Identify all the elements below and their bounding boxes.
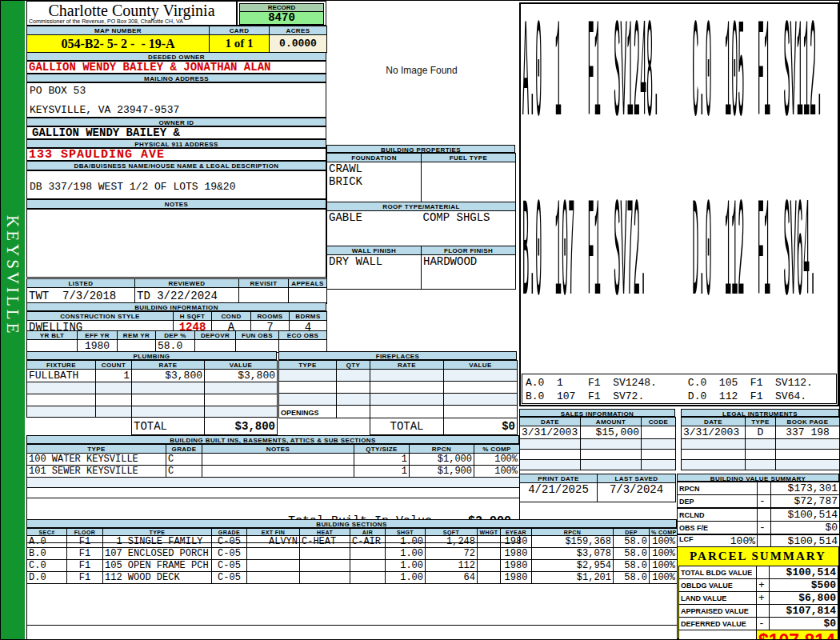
vs-label: OBS F/E <box>678 522 758 535</box>
owner-id-header: OWNER ID <box>26 118 326 126</box>
deeded-owner-header: DEEDED OWNER <box>26 52 326 61</box>
last-saved-value: 7/3/2024 <box>598 483 676 502</box>
sketch-panel: A.0 1 F1 SV1248. C.0 105 F1 SV112. B.0 1… <box>519 2 839 406</box>
built-ins-col-grade: GRADE <box>166 445 202 454</box>
vs-value: $0 <box>771 522 840 535</box>
bs-col-rpcn: RPCN <box>532 529 614 536</box>
ps-label: TOTAL BLDG VALUE <box>679 566 757 579</box>
fireplaces-col-type: TYPE <box>279 361 337 370</box>
bs-col-air: AIR <box>350 529 386 536</box>
mailing-address-box: PO BOX 53 KEYSVILLE, VA 23947-9537 <box>26 82 326 118</box>
sketch-section-labels-2: B.0 107 F1 SV72. D.0 112 F1 SV64. <box>522 188 816 329</box>
district-label: KEYSVILLE <box>2 215 22 336</box>
roof-type-value: GABLE <box>327 211 422 246</box>
built-ins-col-qty: QTY/SIZE <box>354 445 410 454</box>
parcel-summary: PARCEL SUMMARY TOTAL BLDG VALUE $100,514… <box>677 546 839 639</box>
notes-header: NOTES <box>26 199 326 209</box>
listed-by: TWT <box>29 290 49 302</box>
owner-id-value: GALLION WENDY BAILEY & <box>26 126 326 139</box>
map-number-header: MAP NUMBER <box>27 26 210 35</box>
roof-header: ROOF TYPE/MATERIAL <box>327 202 516 211</box>
fireplaces-openings-label: OPENINGS <box>279 406 337 418</box>
building-section-row: A.0 F1 1 SINGLE FAMILY C-05 ALVYN C-HEAT… <box>27 536 678 548</box>
taxable-value-label: TAXABLE VALUE <box>679 630 757 640</box>
construction-style-header: CONSTRUCTION STYLE <box>27 312 174 321</box>
legal-description: DB 337/198 WEST 1/2 OF LOTS 19&20 <box>27 171 326 193</box>
listed-value: TWT 7/3/2018 <box>27 288 135 304</box>
fireplaces-total-value: $0 <box>444 418 518 435</box>
plumbing-col-rate: RATE <box>132 361 205 370</box>
built-ins-row: 100 WATER KEYSVILLE C 1 $1,000 100% <box>27 454 520 466</box>
bs-col-sqft: SQFT <box>426 529 478 536</box>
building-sections-header: BUILDING SECTIONS <box>26 519 677 528</box>
ps-label: DEFERRED VALUE <box>679 618 757 630</box>
mailing-line2: KEYSVILLE, VA 23947-9537 <box>30 104 179 116</box>
vs-label: DEP <box>678 495 758 509</box>
record-box: RECORD 8470 <box>237 1 326 26</box>
parcel-summary-table: TOTAL BLDG VALUE $100,514 OBLDG VALUE + … <box>678 566 838 640</box>
bs-col-grade: GRADE <box>212 529 247 536</box>
dba-header: DBA/BUISNESS NAME/HOUSE NAME & LEGAL DES… <box>26 161 326 170</box>
appeals-header: APPEALS <box>289 279 327 288</box>
vs-label: RCLND <box>678 508 758 522</box>
built-ins-col-comp: % COMP <box>474 445 520 454</box>
depovr-header: DEPOVR <box>195 331 236 340</box>
building-value-summary-table: RPCN $173,301 DEP - $72,787 RCLND $100,5… <box>677 482 840 548</box>
built-ins-col-rpcn: RPCN <box>410 445 474 454</box>
physical-address-header: PHYSICAL 911 ADDRESS <box>26 139 326 148</box>
vs-value: $173,301 <box>771 482 840 495</box>
sales-col-code: CODE <box>642 418 676 426</box>
floor-finish-header: FLOOR FINISH <box>422 246 516 255</box>
plumbing-col-value: VALUE <box>205 361 278 370</box>
county-header: Charlotte County Virginia Commissioner o… <box>26 1 237 26</box>
ps-label: LAND VALUE <box>679 592 757 605</box>
building-info-table2: YR BLT EFF YR REM YR DEP % DEPOVR FUN OB… <box>26 330 327 353</box>
district-sidebar: KEYSVILLE <box>1 1 25 640</box>
yrblt-header: YR BLT <box>27 331 78 340</box>
county-title: Charlotte County Virginia <box>27 2 236 18</box>
commissioner-line: Commissioner of the Revenue, PO Box 308,… <box>27 18 236 24</box>
listed-header: LISTED <box>27 279 135 288</box>
ps-value: $107,814 <box>770 605 838 618</box>
built-ins-col-notes: NOTES <box>202 445 354 454</box>
cond-header: COND <box>212 312 251 321</box>
sales-header: SALES INFORMATION <box>519 409 675 417</box>
legal-col-bookpage: BOOK PAGE <box>776 418 840 426</box>
photo-panel: No Image Found <box>326 1 517 145</box>
review-table: LISTED REVIEWED REVISIT APPEALS TWT 7/3/… <box>26 278 327 304</box>
building-properties-header: BUILDING PROPERTIES <box>326 145 515 153</box>
plumbing-col-count: COUNT <box>96 361 132 370</box>
reviewed-header: REVIEWED <box>135 279 239 288</box>
mailing-line1: PO BOX 53 <box>27 83 326 97</box>
reviewed-by: TD <box>137 290 150 302</box>
rooms-header: ROOMS <box>251 312 290 321</box>
building-sections-footer: Building Replacement Cost New$173,301 <box>27 626 678 640</box>
fireplaces-header: FIREPLACES <box>278 351 517 360</box>
revisit-value <box>239 288 289 304</box>
reviewed-value: TD 3/22/2024 <box>135 288 239 304</box>
sales-row: 3/31/2003 $15,000 <box>520 426 676 439</box>
building-value-summary-header: BUILDING VALUE SUMMARY <box>677 474 839 482</box>
foundation-header: FOUNDATION <box>327 154 422 162</box>
map-number-value: 054-B2- 5- 2 - - 19-A <box>27 35 210 53</box>
effyr-header: EFF YR <box>78 331 118 340</box>
bs-col-whgt: WHGT <box>478 529 501 536</box>
wall-finish-header: WALL FINISH <box>327 246 422 255</box>
fuel-type-header: FUEL TYPE <box>422 154 516 162</box>
vs-value: $100,514 <box>771 508 840 522</box>
reviewed-date: 3/22/2024 <box>157 290 218 302</box>
built-ins-row: 101 SEWER KEYSVILLE C 1 $1,900 100% <box>27 466 520 478</box>
print-date-header: PRINT DATE <box>520 474 598 483</box>
sales-col-amount: AMOUNT <box>581 418 642 426</box>
sketch-legend-line2: B.0 107 F1 SV72. D.0 112 F1 SV64. <box>522 390 836 403</box>
legal-col-type: TYPE <box>746 418 776 426</box>
last-saved-header: LAST SAVED <box>598 474 676 483</box>
acres-value: 0.0000 <box>270 35 327 53</box>
built-ins-header: BUILDING BUILT INS, BASEMENTS, ATTICS & … <box>26 435 519 444</box>
notes-box <box>26 209 326 278</box>
building-properties-table: FOUNDATION FUEL TYPE CRAWLBRICK ROOF TYP… <box>326 153 516 290</box>
legal-table: DATE TYPE BOOK PAGE 3/31/2003 D 337 198 <box>681 417 840 470</box>
fuel-type-value <box>422 162 516 202</box>
ps-label: APPRAISED VALUE <box>679 605 757 618</box>
plumbing-total-label: TOTAL <box>132 418 205 435</box>
